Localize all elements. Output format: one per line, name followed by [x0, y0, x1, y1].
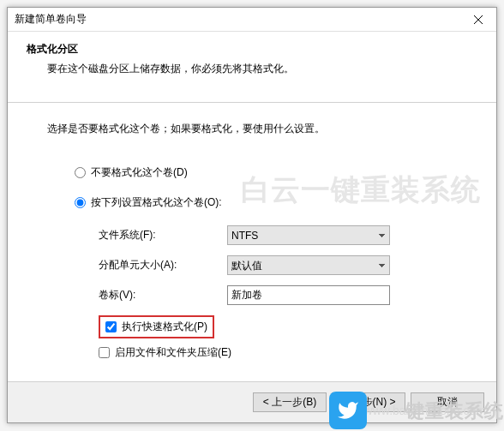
bird-icon: [337, 399, 359, 422]
titlebar: 新建简单卷向导: [8, 8, 496, 32]
window-title: 新建简单卷向导: [8, 12, 87, 27]
radio-no-format[interactable]: 不要格式化这个卷(D): [75, 165, 477, 180]
instruction-text: 选择是否要格式化这个卷；如果要格式化，要使用什么设置。: [27, 122, 477, 136]
dialog-footer: < 上一步(B) 下一步(N) > 取消: [8, 381, 496, 422]
allocunit-label: 分配单元大小(A):: [99, 258, 227, 272]
page-description: 要在这个磁盘分区上储存数据，你必须先将其格式化。: [27, 62, 477, 76]
radio-no-format-input[interactable]: [75, 167, 86, 178]
dialog-body: 格式化分区 要在这个磁盘分区上储存数据，你必须先将其格式化。 白云一键重装系统 …: [8, 32, 496, 360]
close-icon: [474, 15, 483, 24]
radio-format-with-label: 按下列设置格式化这个卷(O):: [91, 195, 222, 210]
overlay-logo: [329, 392, 367, 429]
radio-format-with[interactable]: 按下列设置格式化这个卷(O):: [75, 195, 477, 210]
filesystem-row: 文件系统(F): NTFS: [99, 225, 477, 245]
checkbox-compression-label: 启用文件和文件夹压缩(E): [115, 345, 231, 360]
radio-format-with-input[interactable]: [75, 197, 86, 208]
separator: [8, 102, 496, 103]
volumelabel-label: 卷标(V):: [99, 288, 227, 302]
checkbox-quickformat[interactable]: 执行快速格式化(P): [105, 320, 207, 334]
checkbox-quickformat-input[interactable]: [105, 321, 117, 332]
volumelabel-input[interactable]: [227, 285, 390, 305]
filesystem-label: 文件系统(F):: [99, 228, 227, 242]
quickformat-highlight: 执行快速格式化(P): [99, 315, 214, 338]
format-fields: 文件系统(F): NTFS 分配单元大小(A): 默认值 卷标(V): 执行快速…: [75, 225, 477, 360]
allocunit-row: 分配单元大小(A): 默认值: [99, 255, 477, 275]
allocunit-select[interactable]: 默认值: [227, 255, 390, 275]
close-button[interactable]: [460, 8, 496, 32]
filesystem-select[interactable]: NTFS: [227, 225, 390, 245]
page-heading: 格式化分区: [27, 42, 477, 57]
radio-no-format-label: 不要格式化这个卷(D): [91, 165, 188, 180]
back-button[interactable]: < 上一步(B): [253, 392, 327, 412]
checkbox-compression-input[interactable]: [99, 347, 110, 358]
checkbox-quickformat-label: 执行快速格式化(P): [122, 320, 207, 334]
wizard-dialog: 新建简单卷向导 格式化分区 要在这个磁盘分区上储存数据，你必须先将其格式化。 白…: [7, 7, 497, 423]
format-options: 不要格式化这个卷(D) 按下列设置格式化这个卷(O): 文件系统(F): NTF…: [27, 165, 477, 360]
checkbox-compression[interactable]: 启用文件和文件夹压缩(E): [99, 345, 477, 360]
volumelabel-row: 卷标(V):: [99, 285, 477, 305]
cancel-button[interactable]: 取消: [411, 392, 484, 412]
